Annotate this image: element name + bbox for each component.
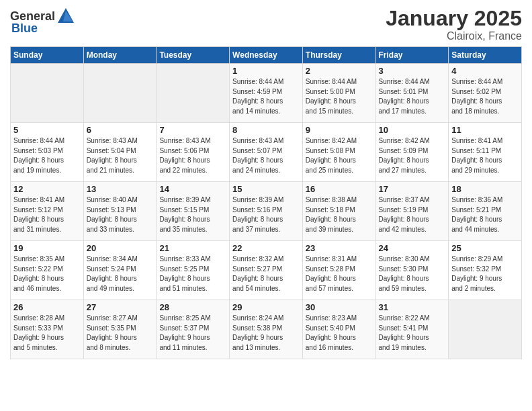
calendar-cell [449,300,522,359]
day-info: Sunrise: 8:41 AM Sunset: 5:12 PM Dayligh… [13,195,81,234]
day-number: 15 [232,184,300,194]
calendar-cell: 7Sunrise: 8:43 AM Sunset: 5:06 PM Daylig… [157,123,230,182]
day-number: 3 [379,66,446,76]
day-info: Sunrise: 8:28 AM Sunset: 5:33 PM Dayligh… [13,314,81,353]
day-number: 1 [232,66,300,76]
calendar-cell: 13Sunrise: 8:40 AM Sunset: 5:13 PM Dayli… [83,182,157,241]
day-info: Sunrise: 8:44 AM Sunset: 5:02 PM Dayligh… [451,77,519,116]
day-number: 5 [13,125,81,135]
day-number: 25 [451,243,519,253]
calendar-cell: 16Sunrise: 8:38 AM Sunset: 5:18 PM Dayli… [302,182,375,241]
calendar-cell: 29Sunrise: 8:24 AM Sunset: 5:38 PM Dayli… [230,300,303,359]
day-info: Sunrise: 8:40 AM Sunset: 5:13 PM Dayligh… [87,195,154,234]
calendar-cell: 17Sunrise: 8:37 AM Sunset: 5:19 PM Dayli… [375,182,449,241]
day-info: Sunrise: 8:34 AM Sunset: 5:24 PM Dayligh… [87,255,154,293]
day-number: 12 [13,184,81,194]
calendar-cell: 19Sunrise: 8:35 AM Sunset: 5:22 PM Dayli… [11,241,84,300]
calendar-cell: 23Sunrise: 8:31 AM Sunset: 5:28 PM Dayli… [302,241,375,300]
calendar-cell: 31Sunrise: 8:22 AM Sunset: 5:41 PM Dayli… [375,300,449,359]
calendar-cell: 25Sunrise: 8:29 AM Sunset: 5:32 PM Dayli… [449,241,522,300]
day-number: 14 [159,184,226,194]
calendar-cell: 11Sunrise: 8:41 AM Sunset: 5:11 PM Dayli… [449,123,522,182]
day-of-week-header: Monday [83,47,157,64]
day-number: 9 [306,125,373,135]
calendar-cell: 4Sunrise: 8:44 AM Sunset: 5:02 PM Daylig… [449,64,522,123]
day-number: 23 [306,243,373,253]
day-number: 20 [87,243,154,253]
calendar-cell: 22Sunrise: 8:32 AM Sunset: 5:27 PM Dayli… [230,241,303,300]
calendar-cell: 10Sunrise: 8:42 AM Sunset: 5:09 PM Dayli… [375,123,449,182]
calendar-cell [11,64,84,123]
day-info: Sunrise: 8:44 AM Sunset: 5:01 PM Dayligh… [379,77,446,116]
day-info: Sunrise: 8:31 AM Sunset: 5:28 PM Dayligh… [306,255,373,293]
calendar-week-row: 26Sunrise: 8:28 AM Sunset: 5:33 PM Dayli… [11,300,522,359]
day-info: Sunrise: 8:33 AM Sunset: 5:25 PM Dayligh… [159,255,226,293]
calendar-cell: 18Sunrise: 8:36 AM Sunset: 5:21 PM Dayli… [449,182,522,241]
day-number: 19 [13,243,81,253]
day-info: Sunrise: 8:22 AM Sunset: 5:41 PM Dayligh… [379,314,446,353]
calendar-cell [83,64,157,123]
calendar-cell: 24Sunrise: 8:30 AM Sunset: 5:30 PM Dayli… [375,241,449,300]
day-info: Sunrise: 8:43 AM Sunset: 5:07 PM Dayligh… [232,136,300,175]
title-block: January 2025 Clairoix, France [386,7,522,42]
day-info: Sunrise: 8:44 AM Sunset: 4:59 PM Dayligh… [232,77,300,116]
header: General Blue January 2025 Clairoix, Fran… [10,7,522,42]
calendar-cell: 27Sunrise: 8:27 AM Sunset: 5:35 PM Dayli… [83,300,157,359]
day-info: Sunrise: 8:39 AM Sunset: 5:15 PM Dayligh… [159,195,226,234]
day-info: Sunrise: 8:39 AM Sunset: 5:16 PM Dayligh… [232,195,300,234]
calendar-cell: 9Sunrise: 8:42 AM Sunset: 5:08 PM Daylig… [302,123,375,182]
month-title: January 2025 [386,7,522,30]
day-info: Sunrise: 8:44 AM Sunset: 5:03 PM Dayligh… [13,136,81,175]
day-info: Sunrise: 8:29 AM Sunset: 5:32 PM Dayligh… [451,255,519,293]
day-of-week-header: Wednesday [230,47,303,64]
day-info: Sunrise: 8:41 AM Sunset: 5:11 PM Dayligh… [451,136,519,175]
day-info: Sunrise: 8:23 AM Sunset: 5:40 PM Dayligh… [306,314,373,353]
day-number: 11 [451,125,519,135]
day-number: 31 [379,302,446,312]
calendar-cell: 26Sunrise: 8:28 AM Sunset: 5:33 PM Dayli… [11,300,84,359]
calendar-cell: 20Sunrise: 8:34 AM Sunset: 5:24 PM Dayli… [83,241,157,300]
day-info: Sunrise: 8:32 AM Sunset: 5:27 PM Dayligh… [232,255,300,293]
day-info: Sunrise: 8:38 AM Sunset: 5:18 PM Dayligh… [306,195,373,234]
calendar-cell: 12Sunrise: 8:41 AM Sunset: 5:12 PM Dayli… [11,182,84,241]
day-info: Sunrise: 8:35 AM Sunset: 5:22 PM Dayligh… [13,255,81,293]
day-number: 24 [379,243,446,253]
calendar-header-row: SundayMondayTuesdayWednesdayThursdayFrid… [11,47,522,64]
day-of-week-header: Saturday [449,47,522,64]
day-of-week-header: Friday [375,47,449,64]
logo-icon [56,7,75,26]
logo: General Blue [10,7,75,36]
day-info: Sunrise: 8:43 AM Sunset: 5:06 PM Dayligh… [159,136,226,175]
day-number: 8 [232,125,300,135]
day-info: Sunrise: 8:42 AM Sunset: 5:08 PM Dayligh… [306,136,373,175]
calendar-cell: 1Sunrise: 8:44 AM Sunset: 4:59 PM Daylig… [230,64,303,123]
day-info: Sunrise: 8:42 AM Sunset: 5:09 PM Dayligh… [379,136,446,175]
calendar-cell [157,64,230,123]
day-of-week-header: Tuesday [157,47,230,64]
calendar-cell: 8Sunrise: 8:43 AM Sunset: 5:07 PM Daylig… [230,123,303,182]
day-info: Sunrise: 8:36 AM Sunset: 5:21 PM Dayligh… [451,195,519,234]
day-info: Sunrise: 8:27 AM Sunset: 5:35 PM Dayligh… [87,314,154,353]
day-number: 6 [87,125,154,135]
day-of-week-header: Sunday [11,47,84,64]
calendar-cell: 6Sunrise: 8:43 AM Sunset: 5:04 PM Daylig… [83,123,157,182]
day-of-week-header: Thursday [302,47,375,64]
day-number: 13 [87,184,154,194]
day-info: Sunrise: 8:24 AM Sunset: 5:38 PM Dayligh… [232,314,300,353]
day-number: 18 [451,184,519,194]
calendar-cell: 28Sunrise: 8:25 AM Sunset: 5:37 PM Dayli… [157,300,230,359]
day-number: 30 [306,302,373,312]
day-number: 21 [159,243,226,253]
day-info: Sunrise: 8:25 AM Sunset: 5:37 PM Dayligh… [159,314,226,353]
day-number: 27 [87,302,154,312]
calendar-week-row: 5Sunrise: 8:44 AM Sunset: 5:03 PM Daylig… [11,123,522,182]
day-number: 17 [379,184,446,194]
day-info: Sunrise: 8:30 AM Sunset: 5:30 PM Dayligh… [379,255,446,293]
day-number: 7 [159,125,226,135]
calendar-week-row: 19Sunrise: 8:35 AM Sunset: 5:22 PM Dayli… [11,241,522,300]
day-number: 26 [13,302,81,312]
day-number: 10 [379,125,446,135]
day-info: Sunrise: 8:43 AM Sunset: 5:04 PM Dayligh… [87,136,154,175]
day-number: 4 [451,66,519,76]
day-number: 22 [232,243,300,253]
